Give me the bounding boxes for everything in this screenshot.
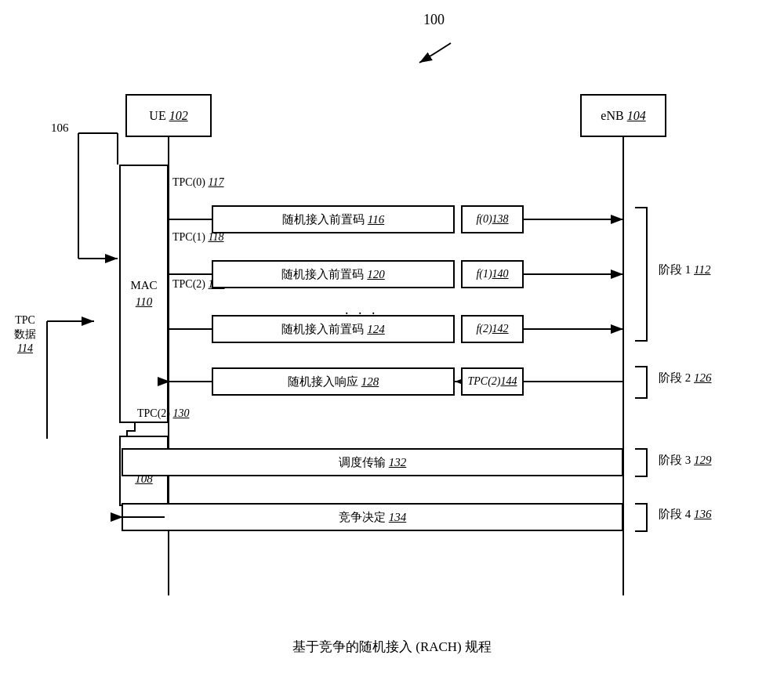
enb-box: eNB 104	[580, 94, 666, 137]
fbox-144: TPC(2) 144	[461, 367, 524, 396]
figure-number: 100	[423, 12, 445, 28]
msg-128: 随机接入响应 128	[212, 367, 455, 396]
stage1-label: 阶段 1 112	[659, 262, 710, 277]
tpc0-label: TPC(0) 117	[172, 176, 223, 189]
fbox-138: f(0) 138	[461, 205, 524, 233]
tpc2b-label: TPC(2) 130	[137, 407, 190, 420]
stage3-label: 阶段 3 129	[659, 453, 712, 468]
msg-132: 调度传输 132	[122, 448, 623, 476]
tpc-data-label: TPC 数据 114	[14, 313, 36, 356]
stage4-label: 阶段 4 136	[659, 507, 712, 522]
msg-116: 随机接入前置码 116	[212, 205, 455, 233]
msg-120: 随机接入前置码 120	[212, 260, 455, 288]
stage2-label: 阶段 2 126	[659, 371, 712, 385]
label-106: 106	[51, 121, 69, 135]
ue-box: UE 102	[125, 94, 212, 137]
left-arrow-134	[122, 503, 169, 531]
left-arrow-128	[169, 367, 212, 396]
mac-box: MAC 110	[119, 165, 169, 423]
fbox-142: f(2) 142	[461, 315, 524, 343]
fbox-140: f(1) 140	[461, 260, 524, 288]
msg-134: 竞争决定 134	[122, 503, 623, 531]
msg-124: 随机接入前置码 124	[212, 315, 455, 343]
diagram: 100 基于竞争的随机接入 (RACH) 规程 UE 102 eNB 104 M…	[0, 0, 784, 673]
caption: 基于竞争的随机接入 (RACH) 规程	[292, 638, 492, 656]
